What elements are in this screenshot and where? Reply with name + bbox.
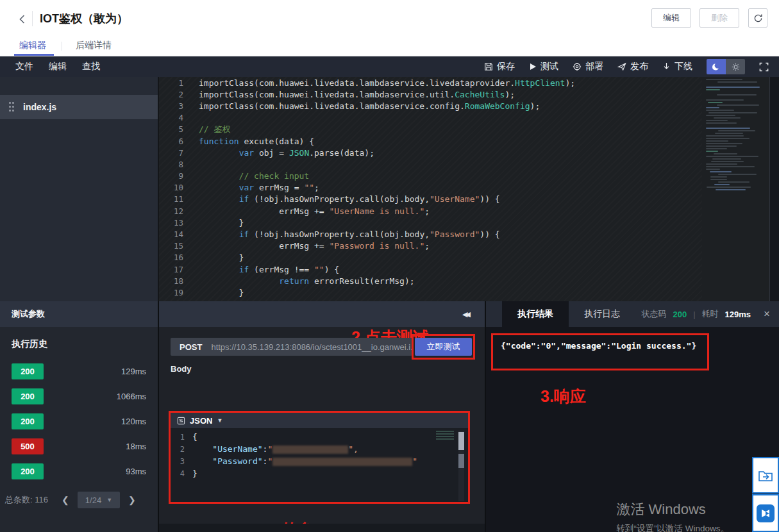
code-line: 9 // check input [159,170,702,182]
view-tabbar: 编辑器 后端详情 [0,40,779,56]
body-scrollbar[interactable] [458,431,464,501]
refresh-button[interactable] [748,8,767,28]
tab-exec-log[interactable]: 执行日志 [569,301,635,327]
code-line: 3importClass(com.huawei.livedata.lambdas… [159,100,702,112]
code-line: 2importClass(com.huawei.livedata.lambdas… [159,88,702,100]
page-select[interactable]: 1/24 ▼ [78,492,120,508]
save-icon [484,62,493,71]
elapsed-value: 129ms [725,310,751,319]
tab-backend-detail[interactable]: 后端详情 [76,40,112,54]
close-result-icon[interactable]: × [764,308,770,320]
result-panel: 执行结果 执行日志 状态码 200 | 耗时 129ms × {"code":"… [486,301,779,532]
code-line: 7 var obj = JSON.parse(data); [159,147,702,158]
status-badge: 500 [12,438,44,454]
prev-page-icon[interactable]: ❮ [58,495,72,505]
elapsed-time: 1066ms [117,392,146,401]
line-number: 6 [159,137,199,146]
fullscreen-button[interactable] [759,62,769,72]
code-line: 18 return errorResult(errMsg); [159,275,702,287]
tab-exec-result[interactable]: 执行结果 [502,301,569,327]
line-number: 13 [159,218,199,228]
elapsed-time: 129ms [121,367,146,376]
line-number: 7 [159,148,199,158]
code-line: 2 "UserName":"", [171,443,468,455]
history-row[interactable]: 2001066ms [0,384,158,409]
line-number: 5 [159,124,199,134]
test-params-title: 测试参数 [12,308,45,320]
code-line: 4} [171,467,468,479]
deploy-button[interactable]: 部署 [573,61,603,72]
status-badge: 200 [12,463,44,479]
line-number: 1 [159,78,199,88]
page-header: IOT鉴权（敢为） 编辑 删除 [0,0,779,40]
download-arrow-icon [662,62,671,71]
http-method: POST [180,342,202,352]
file-panel: index.js [0,77,159,301]
file-name: index.js [23,102,56,112]
editor-minimap[interactable] [702,77,769,301]
moon-icon [712,63,721,71]
history-row[interactable]: 200129ms [0,359,158,384]
back-icon[interactable] [14,11,31,28]
history-row[interactable]: 200120ms [0,409,158,434]
history-row[interactable]: 50018ms [0,434,158,459]
body-type-bar: JSON ▼ [171,413,468,428]
tab-divider [62,42,62,51]
menu-find[interactable]: 查找 [82,61,100,72]
body-type-caret-icon[interactable]: ▼ [217,417,222,424]
page-value: 1/24 [85,495,101,505]
code-line: 12 errMsg += "UserName is null."; [159,205,702,217]
line-number: 11 [159,194,199,204]
tab-editor[interactable]: 编辑器 [19,40,46,54]
elapsed-time: 93ms [126,467,146,476]
theme-toggle[interactable] [707,59,745,74]
request-url-bar[interactable]: POST https://10.35.139.213:8086/io/sctes… [171,338,412,356]
code-editor[interactable]: 1importClass(com.huawei.livedata.lambdas… [159,77,702,301]
play-icon [529,63,537,71]
menu-edit[interactable]: 编辑 [49,61,67,72]
delete-button[interactable]: 删除 [699,8,739,28]
code-line: 3 "Password":"" [171,455,468,467]
save-button[interactable]: 保存 [484,61,515,72]
status-divider: | [693,310,695,319]
line-number: 15 [159,241,199,251]
elapsed-time: 18ms [126,442,146,451]
request-body-editor[interactable]: 1{2 "UserName":"",3 "Password":""4} [171,428,468,502]
line-number: 17 [159,265,199,274]
page-title: IOT鉴权（敢为） [40,11,128,26]
next-page-icon[interactable]: ❯ [125,495,139,505]
line-number: 19 [159,288,199,297]
file-transfer-button[interactable] [752,457,779,494]
watermark-line2: 转到“设置”以激活 Windows。 [616,523,729,532]
collapse-panel-icon[interactable]: ◀◀ [462,310,468,319]
drag-handle-icon[interactable] [9,102,17,112]
edit-button[interactable]: 编辑 [651,8,691,28]
file-item-indexjs[interactable]: index.js [0,95,158,119]
elapsed-time: 120ms [121,417,146,426]
editor-scrollbar[interactable] [769,77,779,301]
line-number: 16 [159,253,199,262]
line-number: 2 [159,90,199,99]
run-test-button[interactable]: 立即测试 [415,338,472,356]
status-code-label: 状态码 [641,308,666,320]
offline-button[interactable]: 下线 [662,61,692,72]
request-header: ◀◀ [159,301,485,327]
horizontal-scrollbar[interactable] [159,524,485,532]
annotation-box-test-button: 立即测试 [412,334,475,360]
light-theme-segment[interactable] [726,59,745,74]
code-line: 5// 鉴权 [159,124,702,135]
test-button[interactable]: 测试 [529,61,558,72]
code-line: 15 errMsg += "Password is null."; [159,240,702,252]
sun-icon [732,63,740,71]
menu-file[interactable]: 文件 [15,61,33,72]
code-line: 17 if (errMsg !== "") { [159,263,702,275]
send-icon [617,62,626,71]
status-badge: 200 [12,388,44,404]
publish-button[interactable]: 发布 [617,61,648,72]
history-row[interactable]: 20093ms [0,459,158,484]
screen-tool-button[interactable] [752,494,779,532]
body-type-value: JSON [190,416,212,426]
status-badge: 200 [12,363,44,379]
dark-theme-segment[interactable] [707,59,726,74]
line-number: 3 [159,101,199,111]
